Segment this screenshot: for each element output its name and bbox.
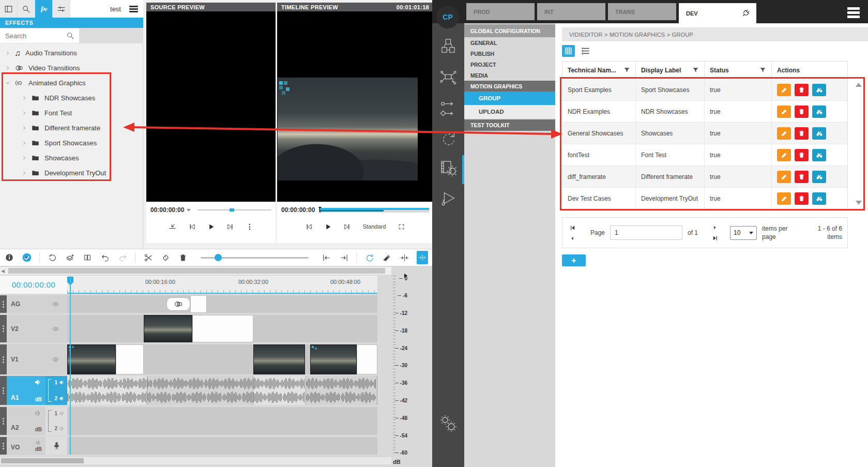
skip-back-icon[interactable] <box>306 223 312 230</box>
chevron-right-icon[interactable] <box>22 110 27 116</box>
chevron-right-icon[interactable] <box>22 125 27 131</box>
tab-prod[interactable]: PROD <box>466 3 535 20</box>
timeline-ruler[interactable]: 00:00:00:00 00:00:16:00 00:00:32:00 00:0… <box>0 276 377 294</box>
chevron-right-icon[interactable] <box>5 50 10 56</box>
skip-back-icon[interactable] <box>189 223 195 230</box>
scroll-left-arrow[interactable]: ◀ <box>1 268 5 274</box>
eye-icon[interactable] <box>51 325 60 333</box>
video-clip[interactable] <box>67 344 116 374</box>
nav-upload[interactable]: UPLOAD <box>464 105 555 118</box>
snap-toggle-button[interactable] <box>417 251 428 264</box>
audio-clip[interactable] <box>147 376 253 405</box>
project-menu-button[interactable] <box>129 5 138 13</box>
tab-trans[interactable]: TRANS <box>608 3 676 20</box>
playhead-timecode[interactable]: 00:00:00:00 <box>0 276 67 294</box>
track-a2-channels[interactable]: 1 2 <box>45 407 67 435</box>
search-button[interactable] <box>18 0 35 18</box>
rotate-button[interactable] <box>47 251 57 264</box>
video-clip[interactable] <box>144 315 192 342</box>
skip-forward-icon[interactable] <box>227 223 234 230</box>
audio-clip[interactable] <box>67 376 147 405</box>
jump-previous-edit-button[interactable] <box>321 251 331 264</box>
track-drag-handle[interactable] <box>0 407 7 435</box>
track-v2-label[interactable]: V2 <box>7 315 67 342</box>
edit-button[interactable] <box>777 171 791 183</box>
chevron-right-icon[interactable] <box>22 140 27 146</box>
channel-2[interactable]: 2 <box>54 396 65 401</box>
table-scrollbar[interactable] <box>854 79 863 209</box>
tree-item-audio-transitions[interactable]: ♫ Audio Transitions <box>0 46 143 61</box>
table-row[interactable]: Sport Examples Sport Showcases true <box>562 79 847 101</box>
scroll-up-arrow[interactable] <box>856 83 862 87</box>
edit-button[interactable] <box>777 84 791 96</box>
list-view-button[interactable] <box>579 45 592 57</box>
chevron-down-icon[interactable] <box>5 80 10 86</box>
fit-playhead-button[interactable] <box>399 251 409 264</box>
cut-button[interactable] <box>143 251 153 264</box>
chevron-right-icon[interactable] <box>22 155 27 161</box>
chevron-down-icon[interactable] <box>187 209 191 212</box>
channel-2[interactable]: 2 <box>54 426 65 431</box>
track-a1-channels[interactable]: 1 2 <box>45 376 67 405</box>
speaker-icon[interactable] <box>35 440 42 446</box>
tree-item-font-test[interactable]: Font Test <box>0 106 143 120</box>
scrollbar-thumb[interactable] <box>8 268 385 274</box>
nav-test-toolkit[interactable]: TEST TOOLKIT <box>464 119 555 131</box>
filter-icon[interactable] <box>692 67 699 73</box>
nav-motion-graphics[interactable]: MOTION GRAPHICS <box>464 81 555 92</box>
grid-view-button[interactable] <box>562 45 575 57</box>
track-vo-content[interactable] <box>67 437 377 455</box>
column-technical-name[interactable]: Technical Nam... <box>562 62 636 79</box>
redo-button[interactable] <box>117 251 128 264</box>
edit-button[interactable] <box>777 127 791 140</box>
eye-icon[interactable] <box>51 300 60 308</box>
video-clip[interactable] <box>357 344 377 374</box>
track-ag-content[interactable] <box>67 295 377 313</box>
transition-clip[interactable] <box>166 297 190 311</box>
track-v2-content[interactable] <box>67 315 377 342</box>
zoom-slider-thumb[interactable] <box>215 254 222 261</box>
track-vo-label[interactable]: VO dB <box>7 437 45 455</box>
table-row[interactable]: Dev Test Cases Development TryOut true <box>562 188 847 209</box>
source-preview-viewer[interactable] <box>146 11 276 202</box>
last-page-icon[interactable] <box>712 235 718 241</box>
play-icon[interactable] <box>325 223 331 230</box>
channel-1[interactable]: 1 <box>54 411 65 416</box>
track-a1-content[interactable] <box>67 376 377 405</box>
page-size-select[interactable]: 10 <box>730 226 757 240</box>
player-tool-icon[interactable] <box>439 189 457 208</box>
approve-button[interactable] <box>22 251 32 264</box>
delete-button[interactable] <box>795 171 809 183</box>
page-input[interactable] <box>610 225 682 240</box>
tree-item-sport-showcases[interactable]: Sport Showcases <box>0 135 143 150</box>
insert-icon[interactable] <box>169 223 176 231</box>
preview-button[interactable] <box>812 149 826 161</box>
tree-item-ndr-showcases[interactable]: NDR Showcases <box>0 91 143 106</box>
preview-button[interactable] <box>812 171 826 183</box>
preview-button[interactable] <box>812 192 826 205</box>
db-fader-marker[interactable] <box>404 274 407 278</box>
tab-dev[interactable]: DEV <box>679 3 756 23</box>
razor-button[interactable] <box>382 251 392 264</box>
speaker-icon[interactable] <box>34 379 42 386</box>
channel-1[interactable]: 1 <box>54 380 65 385</box>
nav-group[interactable]: GROUP <box>464 92 555 105</box>
timeline-zoom-slider[interactable] <box>201 257 309 259</box>
undo-button[interactable] <box>100 251 110 264</box>
info-button[interactable] <box>4 251 14 264</box>
main-menu-button[interactable] <box>847 6 860 20</box>
settings-gears-icon[interactable] <box>439 414 457 433</box>
skip-forward-icon[interactable] <box>344 223 351 230</box>
split-view-button[interactable] <box>82 251 93 264</box>
play-icon[interactable] <box>208 223 215 230</box>
timeline-preview-viewer[interactable] <box>277 11 433 202</box>
tab-int[interactable]: INT <box>537 3 605 20</box>
table-row[interactable]: General Showcases Showcases true <box>562 123 847 144</box>
delete-button[interactable] <box>795 149 809 161</box>
scrollbar-thumb[interactable] <box>1 458 84 463</box>
next-page-icon[interactable] <box>712 225 718 230</box>
source-scrubber[interactable] <box>198 209 271 210</box>
playhead-line[interactable] <box>70 276 71 455</box>
db-button[interactable]: dB <box>35 397 42 402</box>
sync-icon[interactable] <box>439 129 457 149</box>
